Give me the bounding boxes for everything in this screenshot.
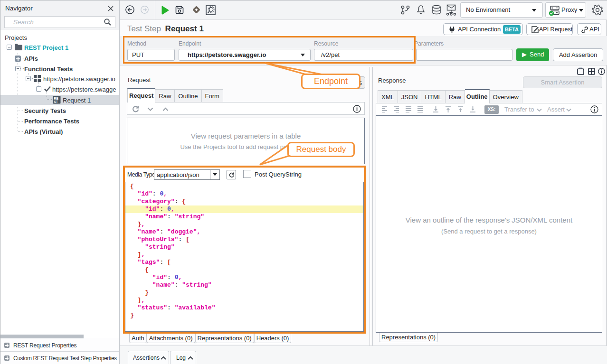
- svg-text:RE: RE: [54, 97, 58, 100]
- svg-text:ST: ST: [54, 100, 58, 103]
